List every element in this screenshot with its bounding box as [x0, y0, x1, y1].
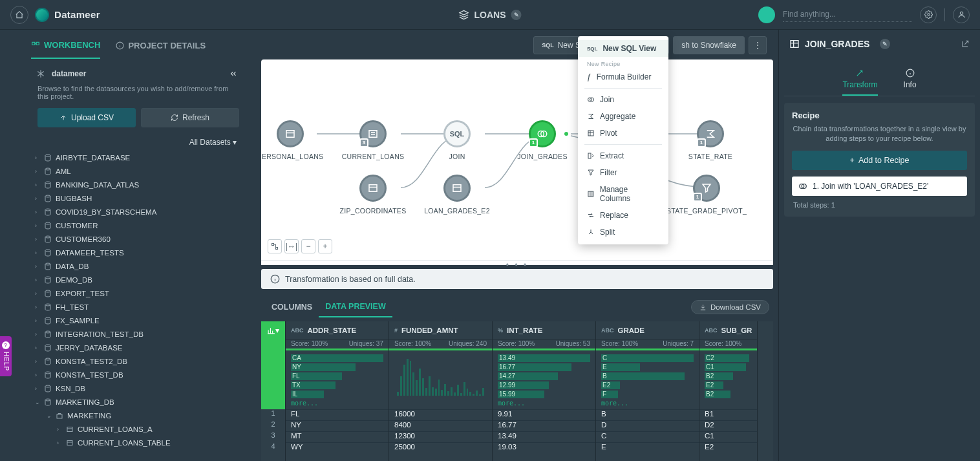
- dd-aggregate[interactable]: Aggregate: [578, 108, 668, 125]
- publish-button[interactable]: sh to Snowflake: [673, 36, 745, 54]
- tab-workbench[interactable]: WORKBENCH: [31, 40, 100, 59]
- type-badge: #: [394, 327, 398, 334]
- upload-csv-button[interactable]: Upload CSV: [37, 108, 136, 127]
- sql-badge-icon: SQL: [587, 46, 597, 52]
- node-state-rate[interactable]: 1 STATE_RATE: [675, 120, 746, 160]
- rp-tab-info[interactable]: Info: [904, 69, 917, 96]
- autolayout-button[interactable]: [268, 239, 282, 253]
- edit-node-icon[interactable]: ✎: [880, 39, 890, 49]
- preview-column[interactable]: ABCGRADEScore: 100%Uniques: 7CEBE2Fmore.…: [596, 321, 699, 461]
- more-actions-button[interactable]: ⋮: [749, 36, 767, 54]
- preview-column[interactable]: ABCADDR_STATEScore: 100%Uniques: 37CANYF…: [286, 321, 389, 461]
- node-loan-grades[interactable]: LOAN_GRADES_E2: [421, 175, 493, 215]
- panel-drag-handle[interactable]: • • •: [261, 260, 773, 265]
- caret-icon: ›: [35, 222, 40, 229]
- sql-icon: SQL: [443, 120, 471, 147]
- node-join-grades[interactable]: 1 JOIN_GRADES: [507, 120, 578, 160]
- dd-join[interactable]: Join: [578, 91, 668, 108]
- chart-toggle-button[interactable]: ▾: [261, 321, 285, 339]
- node-label: PERSONAL_LOANS: [261, 153, 323, 160]
- column-header[interactable]: #FUNDED_AMNT: [389, 321, 492, 339]
- node-zip[interactable]: ZIP_COORDINATES: [337, 175, 409, 215]
- help-tab[interactable]: HELP: [0, 336, 12, 376]
- tree-db-item[interactable]: ›DATAMEER_TESTS: [35, 246, 243, 259]
- node-state-pivot[interactable]: 1 STATE_GRADE_PIVOT_: [671, 175, 742, 215]
- tree-db-item[interactable]: ›AIRBYTE_DATABASE: [35, 151, 243, 164]
- edit-project-icon[interactable]: ✎: [511, 10, 522, 20]
- node-current-loans[interactable]: 3 CURRENT_LOANS: [337, 120, 409, 160]
- refresh-button[interactable]: Refresh: [141, 108, 239, 127]
- download-csv-button[interactable]: Download CSV: [691, 300, 769, 314]
- dd-formula-builder[interactable]: ƒFormula Builder: [578, 69, 668, 85]
- quality-bar: [596, 348, 699, 350]
- tree-db-item[interactable]: ›DATA_DB: [35, 259, 243, 273]
- tree-db-item[interactable]: ›JERRY_DATABASE: [35, 341, 243, 354]
- datasource-tree[interactable]: ›AIRBYTE_DATABASE›AML›BANKING_DATA_ATLAS…: [0, 151, 251, 461]
- tab-data-preview[interactable]: DATA PREVIEW: [319, 297, 392, 317]
- preview-column[interactable]: %INT_RATEScore: 100%Uniques: 5313.4916.7…: [493, 321, 596, 461]
- tab-columns[interactable]: COLUMNS: [265, 297, 319, 317]
- more-link[interactable]: more...: [601, 400, 694, 407]
- flow-canvas[interactable]: PERSONAL_LOANS 3 CURRENT_LOANS SQL JOIN …: [261, 59, 773, 260]
- zoom-out-button[interactable]: −: [301, 239, 315, 253]
- preview-column[interactable]: #FUNDED_AMNTScore: 100%Uniques: 240 1600…: [389, 321, 493, 461]
- tree-db-item[interactable]: ›KONSTA_TEST_DB: [35, 368, 243, 381]
- tree-db-item[interactable]: ›BANKING_DATA_ATLAS: [35, 178, 243, 191]
- column-header[interactable]: %INT_RATE: [493, 321, 595, 339]
- tree-db-item[interactable]: ›KONSTA_TEST2_DB: [35, 354, 243, 368]
- dd-pivot[interactable]: Pivot: [578, 125, 668, 142]
- dd-split[interactable]: Split: [578, 224, 668, 241]
- svg-rect-27: [57, 414, 62, 418]
- dd-extract[interactable]: Extract: [578, 147, 668, 164]
- node-output-handle[interactable]: [563, 131, 570, 137]
- tab-project-details[interactable]: PROJECT DETAILS: [116, 41, 206, 58]
- tree-db-item[interactable]: ›BUGBASH: [35, 191, 243, 205]
- dd-manage-columns[interactable]: Manage Columns: [578, 181, 668, 207]
- profile-gutter: [261, 339, 285, 409]
- type-badge: ABC: [705, 327, 718, 334]
- home-button[interactable]: [10, 6, 28, 24]
- refresh-icon: [171, 114, 178, 122]
- dd-new-sql-view[interactable]: SQL New SQL View: [578, 40, 668, 57]
- tree-db-item[interactable]: ›INTEGRATION_TEST_DB: [35, 327, 243, 341]
- tree-db-item[interactable]: ›AML: [35, 164, 243, 178]
- tree-db-item[interactable]: ›DEMO_DB: [35, 273, 243, 286]
- tree-db-item[interactable]: ⌄MARKETING_DB: [35, 395, 243, 409]
- tree-db-item[interactable]: ›COVID19_BY_STARSCHEMA: [35, 205, 243, 219]
- data-preview-grid[interactable]: ▾ 1 2 3 4 ABCADDR_STATEScore: 100%Unique…: [261, 321, 773, 461]
- node-join[interactable]: SQL JOIN: [421, 120, 493, 160]
- column-header[interactable]: ABCGRADE: [596, 321, 699, 339]
- tree-table-item[interactable]: ›CURRENT_LOANS_A: [35, 422, 243, 436]
- dd-filter[interactable]: Filter: [578, 164, 668, 181]
- more-link[interactable]: more...: [291, 400, 383, 407]
- tree-db-item[interactable]: ›CUSTOMER: [35, 219, 243, 232]
- tree-schema-item[interactable]: ⌄MARKETING: [35, 409, 243, 422]
- svg-point-9: [45, 168, 50, 170]
- add-to-recipe-button[interactable]: + Add to Recipe: [792, 151, 967, 170]
- recipe-step[interactable]: 1. Join with 'LOAN_GRADES_E2': [792, 177, 967, 196]
- fit-button[interactable]: |↔|: [284, 239, 299, 253]
- dd-replace[interactable]: Replace: [578, 207, 668, 224]
- tree-db-item[interactable]: ›EXPORT_TEST: [35, 286, 243, 300]
- global-search-input[interactable]: [783, 7, 912, 22]
- column-header[interactable]: ABCSUB_GR: [699, 321, 757, 339]
- collapse-sidebar-button[interactable]: [229, 69, 238, 78]
- tree-db-item[interactable]: ›FX_SAMPLE: [35, 314, 243, 327]
- tree-db-item[interactable]: ›KSN_DB: [35, 381, 243, 395]
- column-header[interactable]: ABCADDR_STATE: [286, 321, 389, 339]
- settings-button[interactable]: [920, 6, 937, 23]
- open-external-button[interactable]: [961, 39, 970, 48]
- freq-bar: 14.27: [498, 372, 590, 380]
- more-link[interactable]: more...: [498, 400, 590, 407]
- tree-table-item[interactable]: ›CURRENT_LOANS_TABLE: [35, 436, 243, 449]
- zoom-in-button[interactable]: +: [318, 239, 332, 253]
- node-personal-loans[interactable]: PERSONAL_LOANS: [261, 120, 326, 160]
- user-menu-button[interactable]: [953, 6, 970, 23]
- rp-tab-transform[interactable]: Transform: [842, 69, 877, 96]
- tree-db-item[interactable]: ›CUSTOMER360: [35, 232, 243, 246]
- dataset-filter[interactable]: All Datasets ▾: [0, 134, 251, 151]
- more-link[interactable]: [394, 400, 487, 407]
- tree-label: DATAMEER_TESTS: [56, 249, 124, 257]
- tree-db-item[interactable]: ›FH_TEST: [35, 300, 243, 314]
- preview-column[interactable]: ABCSUB_GRScore: 100%C2C1B2E2B2B1D2C1E2: [699, 321, 758, 461]
